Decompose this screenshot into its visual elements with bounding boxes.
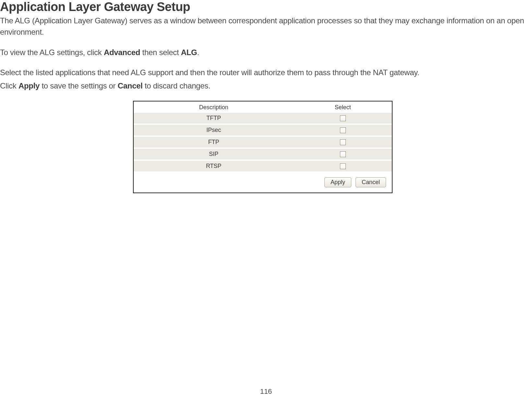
page-title: Application Layer Gateway Setup	[0, 0, 532, 14]
checkbox-ipsec[interactable]	[340, 127, 346, 133]
table-row: IPsec	[134, 124, 392, 136]
button-row: Apply Cancel	[134, 177, 392, 187]
header-select: Select	[294, 101, 392, 113]
intro-text: The ALG (Application Layer Gateway) serv…	[0, 15, 532, 38]
table-row: SIP	[134, 148, 392, 160]
alg-settings-panel: Description Select TFTP IPsec FTP	[133, 101, 393, 193]
checkbox-tftp[interactable]	[340, 115, 346, 121]
nav-prefix: To view the ALG settings, click	[0, 48, 104, 57]
header-description: Description	[134, 101, 294, 113]
apply-button[interactable]: Apply	[324, 177, 351, 187]
table-row: TFTP	[134, 113, 392, 124]
row-label-sip: SIP	[134, 148, 294, 160]
nav-mid: then select	[140, 48, 181, 57]
row-label-ftp: FTP	[134, 136, 294, 148]
table-row: RTSP	[134, 160, 392, 172]
row-label-rtsp: RTSP	[134, 160, 294, 172]
click-prefix: Click	[0, 81, 18, 90]
cancel-button[interactable]: Cancel	[356, 177, 386, 187]
click-instruction: Click Apply to save the settings or Canc…	[0, 80, 532, 92]
click-mid: to save the settings or	[40, 81, 118, 90]
apply-word: Apply	[18, 81, 40, 90]
checkbox-sip[interactable]	[340, 151, 346, 157]
table-header-row: Description Select	[134, 101, 392, 113]
select-instruction: Select the listed applications that need…	[0, 67, 532, 78]
checkbox-ftp[interactable]	[340, 139, 346, 145]
row-label-ipsec: IPsec	[134, 124, 294, 136]
checkbox-rtsp[interactable]	[340, 163, 346, 169]
nav-instruction: To view the ALG settings, click Advanced…	[0, 47, 532, 58]
alg-table: Description Select TFTP IPsec FTP	[134, 101, 392, 173]
row-label-tftp: TFTP	[134, 113, 294, 124]
cancel-word: Cancel	[118, 81, 143, 90]
nav-step-advanced: Advanced	[104, 48, 140, 57]
nav-step-alg: ALG	[181, 48, 197, 57]
click-suffix: to discard changes.	[143, 81, 211, 90]
nav-suffix: .	[197, 48, 199, 57]
table-row: FTP	[134, 136, 392, 148]
